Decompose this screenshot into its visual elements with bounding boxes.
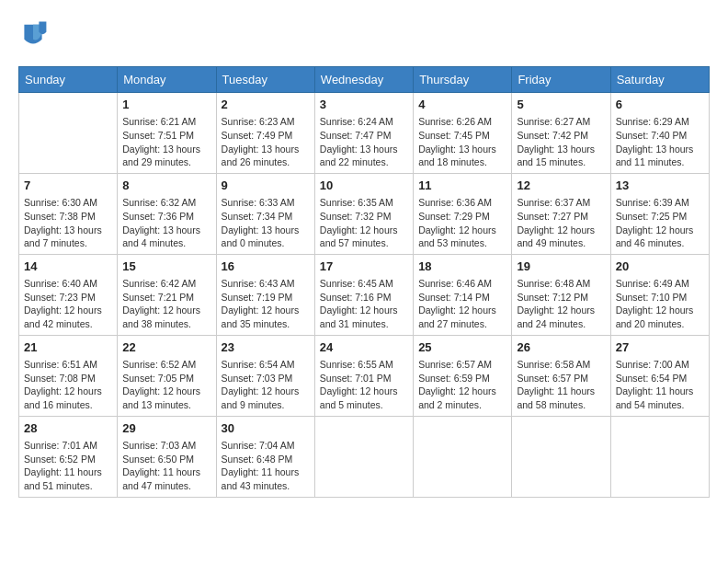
sunset-label: Sunset: 7:14 PM [418,292,490,303]
sunset-label: Sunset: 7:08 PM [24,373,96,384]
sunset-label: Sunset: 6:48 PM [222,454,293,465]
sunset-label: Sunset: 7:34 PM [222,211,293,222]
day-number: 10 [320,178,408,194]
sunrise-label: Sunrise: 6:30 AM [24,197,97,208]
calendar-cell: 17 Sunrise: 6:45 AM Sunset: 7:16 PM Dayl… [314,254,413,335]
cell-content: Sunrise: 6:33 AM Sunset: 7:34 PM Dayligh… [222,196,310,250]
day-number: 19 [517,259,605,275]
sunrise-label: Sunrise: 6:46 AM [418,278,492,289]
cell-content: Sunrise: 7:04 AM Sunset: 6:48 PM Dayligh… [222,439,310,493]
cell-content: Sunrise: 7:03 AM Sunset: 6:50 PM Dayligh… [122,439,210,493]
calendar-week-3: 14 Sunrise: 6:40 AM Sunset: 7:23 PM Dayl… [19,254,710,335]
sunset-label: Sunset: 7:10 PM [616,292,688,303]
calendar-cell [414,416,512,497]
day-number: 2 [222,97,310,113]
sunset-label: Sunset: 7:49 PM [222,130,293,141]
sunrise-label: Sunrise: 6:49 AM [616,278,689,289]
daylight-label: Daylight: 12 hours and 27 minutes. [418,304,496,329]
calendar-cell [314,416,413,497]
calendar-cell: 28 Sunrise: 7:01 AM Sunset: 6:52 PM Dayl… [19,416,118,497]
cell-content: Sunrise: 6:57 AM Sunset: 6:59 PM Dayligh… [418,358,506,412]
sunrise-label: Sunrise: 6:24 AM [320,116,393,127]
cell-content: Sunrise: 6:35 AM Sunset: 7:32 PM Dayligh… [320,196,408,250]
cell-content: Sunrise: 7:00 AM Sunset: 6:54 PM Dayligh… [616,358,704,412]
calendar-cell: 16 Sunrise: 6:43 AM Sunset: 7:19 PM Dayl… [216,254,314,335]
cell-content: Sunrise: 6:48 AM Sunset: 7:12 PM Dayligh… [517,277,605,331]
calendar-cell [512,416,610,497]
daylight-label: Daylight: 12 hours and 24 minutes. [517,304,595,329]
weekday-header-monday: Monday [118,67,216,93]
cell-content: Sunrise: 6:36 AM Sunset: 7:29 PM Dayligh… [418,196,506,250]
calendar-cell: 3 Sunrise: 6:24 AM Sunset: 7:47 PM Dayli… [314,93,413,174]
day-number: 12 [517,178,605,194]
daylight-label: Daylight: 12 hours and 35 minutes. [222,304,300,329]
daylight-label: Daylight: 12 hours and 57 minutes. [320,224,398,249]
sunset-label: Sunset: 7:32 PM [320,211,392,222]
weekday-header-thursday: Thursday [414,67,512,93]
calendar-cell: 12 Sunrise: 6:37 AM Sunset: 7:27 PM Dayl… [512,173,610,254]
cell-content: Sunrise: 6:26 AM Sunset: 7:45 PM Dayligh… [418,115,506,169]
sunrise-label: Sunrise: 6:45 AM [320,278,393,289]
sunrise-label: Sunrise: 6:54 AM [222,359,295,370]
day-number: 1 [122,97,210,113]
cell-content: Sunrise: 6:32 AM Sunset: 7:36 PM Dayligh… [122,196,210,250]
cell-content: Sunrise: 6:54 AM Sunset: 7:03 PM Dayligh… [222,358,310,412]
cell-content: Sunrise: 6:24 AM Sunset: 7:47 PM Dayligh… [320,115,408,169]
sunrise-label: Sunrise: 6:43 AM [222,278,295,289]
calendar-cell: 14 Sunrise: 6:40 AM Sunset: 7:23 PM Dayl… [19,254,118,335]
daylight-label: Daylight: 12 hours and 49 minutes. [517,224,595,249]
calendar-cell: 2 Sunrise: 6:23 AM Sunset: 7:49 PM Dayli… [216,93,314,174]
calendar-cell: 19 Sunrise: 6:48 AM Sunset: 7:12 PM Dayl… [512,254,610,335]
calendar-cell: 29 Sunrise: 7:03 AM Sunset: 6:50 PM Dayl… [118,416,216,497]
sunrise-label: Sunrise: 6:33 AM [222,197,295,208]
daylight-label: Daylight: 12 hours and 53 minutes. [418,224,496,249]
daylight-label: Daylight: 13 hours and 4 minutes. [122,224,200,249]
cell-content: Sunrise: 6:52 AM Sunset: 7:05 PM Dayligh… [122,358,210,412]
sunset-label: Sunset: 7:51 PM [122,130,194,141]
calendar-cell: 4 Sunrise: 6:26 AM Sunset: 7:45 PM Dayli… [414,93,512,174]
day-number: 17 [320,259,408,275]
sunset-label: Sunset: 7:47 PM [320,130,392,141]
cell-content: Sunrise: 6:55 AM Sunset: 7:01 PM Dayligh… [320,358,408,412]
cell-content: Sunrise: 6:58 AM Sunset: 6:57 PM Dayligh… [517,358,605,412]
day-number: 15 [122,259,210,275]
cell-content: Sunrise: 6:23 AM Sunset: 7:49 PM Dayligh… [222,115,310,169]
page-header [18,18,710,52]
calendar-week-1: 1 Sunrise: 6:21 AM Sunset: 7:51 PM Dayli… [19,93,710,174]
cell-content: Sunrise: 6:40 AM Sunset: 7:23 PM Dayligh… [24,277,112,331]
cell-content: Sunrise: 6:45 AM Sunset: 7:16 PM Dayligh… [320,277,408,331]
calendar-cell: 10 Sunrise: 6:35 AM Sunset: 7:32 PM Dayl… [314,173,413,254]
daylight-label: Daylight: 13 hours and 29 minutes. [122,144,200,168]
sunrise-label: Sunrise: 6:55 AM [320,359,393,370]
sunrise-label: Sunrise: 7:01 AM [24,440,97,451]
logo-icon [18,18,48,52]
sunrise-label: Sunrise: 6:39 AM [616,197,689,208]
sunset-label: Sunset: 7:40 PM [616,130,688,141]
sunrise-label: Sunrise: 6:52 AM [122,359,196,370]
sunrise-label: Sunrise: 6:36 AM [418,197,492,208]
cell-content: Sunrise: 6:39 AM Sunset: 7:25 PM Dayligh… [616,196,704,250]
sunrise-label: Sunrise: 6:57 AM [418,359,492,370]
logo [18,18,51,52]
day-number: 6 [616,97,704,113]
day-number: 22 [122,339,210,356]
sunrise-label: Sunrise: 6:48 AM [517,278,590,289]
sunset-label: Sunset: 7:25 PM [616,211,688,222]
sunset-label: Sunset: 7:03 PM [222,373,293,384]
calendar-week-5: 28 Sunrise: 7:01 AM Sunset: 6:52 PM Dayl… [19,416,710,497]
day-number: 26 [517,339,605,356]
calendar-header: SundayMondayTuesdayWednesdayThursdayFrid… [19,67,710,93]
cell-content: Sunrise: 6:46 AM Sunset: 7:14 PM Dayligh… [418,277,506,331]
sunset-label: Sunset: 7:23 PM [24,292,96,303]
sunset-label: Sunset: 7:16 PM [320,292,392,303]
calendar-cell: 26 Sunrise: 6:58 AM Sunset: 6:57 PM Dayl… [512,335,610,416]
calendar-cell [610,416,709,497]
daylight-label: Daylight: 11 hours and 47 minutes. [122,466,200,491]
day-number: 30 [222,420,310,437]
day-number: 21 [24,339,112,356]
sunrise-label: Sunrise: 6:51 AM [24,359,97,370]
sunset-label: Sunset: 6:59 PM [418,373,490,384]
weekday-header-sunday: Sunday [19,67,118,93]
daylight-label: Daylight: 13 hours and 18 minutes. [418,144,496,168]
daylight-label: Daylight: 12 hours and 2 minutes. [418,385,496,410]
